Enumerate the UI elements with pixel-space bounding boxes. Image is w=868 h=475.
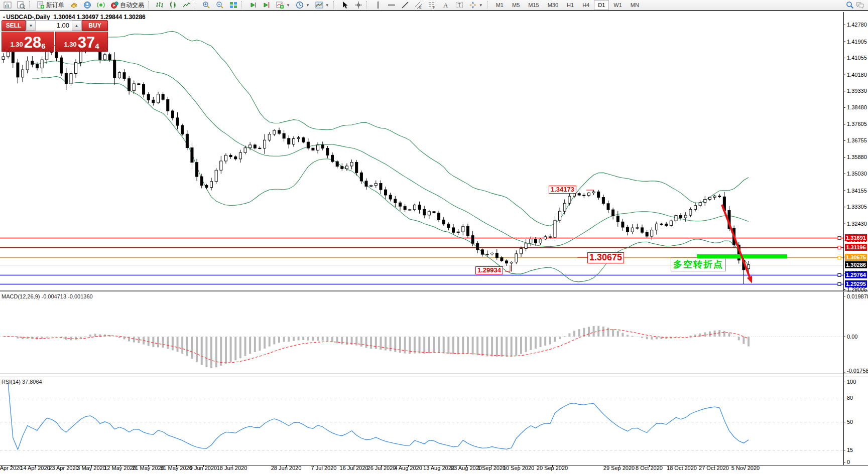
candle-bear bbox=[418, 205, 421, 210]
price-tick: 1.37605 bbox=[847, 121, 867, 127]
auto-scroll-button[interactable] bbox=[246, 0, 260, 11]
signals-button[interactable] bbox=[94, 0, 107, 11]
price-label-130675[interactable]: 1.30675 bbox=[587, 252, 624, 263]
macd-label: MACD(12,26,9) -0.004713 -0.001360 bbox=[2, 293, 93, 299]
new-order-button[interactable]: 新订单 bbox=[34, 0, 67, 11]
volume-decrease-button[interactable]: ▼ bbox=[26, 21, 36, 31]
price-label-129934[interactable]: 1.29934 bbox=[475, 266, 503, 274]
fibonacci-button[interactable]: F bbox=[426, 0, 439, 11]
candle-bull bbox=[568, 196, 571, 203]
horizontal-line-button[interactable] bbox=[385, 0, 398, 11]
toolbar-separator bbox=[29, 1, 32, 9]
bid-whole: 1.30 bbox=[10, 41, 23, 48]
candle-bull bbox=[510, 262, 513, 263]
new-chart-button[interactable] bbox=[1, 0, 14, 11]
candle-bear bbox=[481, 250, 483, 254]
cursor-icon bbox=[341, 1, 349, 9]
search-icon[interactable] bbox=[846, 1, 854, 9]
metaeditor-button[interactable] bbox=[67, 0, 80, 11]
candle-bear bbox=[234, 156, 237, 159]
arrows-button[interactable]: ▼ bbox=[466, 0, 485, 11]
cursor-button[interactable] bbox=[338, 0, 351, 11]
tf-d1[interactable]: D1 bbox=[594, 0, 609, 10]
candle-bull bbox=[520, 248, 522, 254]
date-tick: 23 Apr 2020 bbox=[49, 465, 78, 471]
bar-chart-button[interactable] bbox=[153, 0, 166, 11]
level-handle bbox=[838, 237, 841, 240]
level-handle bbox=[838, 246, 841, 249]
candle-bear bbox=[12, 52, 14, 63]
crosshair-button[interactable] bbox=[352, 0, 365, 11]
candle-bull bbox=[748, 265, 750, 269]
date-tick: 29 Sep 2020 bbox=[603, 465, 635, 471]
tf-m15[interactable]: M15 bbox=[524, 0, 543, 10]
tf-m1[interactable]: M1 bbox=[492, 0, 508, 10]
chart-canvas[interactable] bbox=[0, 12, 868, 475]
volume-input[interactable]: 1.00 bbox=[36, 21, 72, 31]
zoom-in-button[interactable] bbox=[200, 0, 213, 11]
zoom-out-button[interactable] bbox=[213, 0, 226, 11]
chart-area[interactable]: ▴ USDCAD-,Daily 1.30064 1.30497 1.29844 … bbox=[0, 12, 868, 475]
chat-icon[interactable] bbox=[856, 1, 864, 9]
candle-bear bbox=[389, 195, 392, 199]
candle-bull bbox=[655, 224, 658, 230]
buy-button[interactable]: BUY bbox=[82, 20, 108, 31]
level-handle bbox=[838, 274, 841, 277]
date-tick: 5 Nov 2020 bbox=[731, 465, 760, 471]
candle-bear bbox=[321, 145, 324, 148]
tf-m30[interactable]: M30 bbox=[544, 0, 562, 10]
periods-button[interactable]: ▼ bbox=[293, 0, 312, 11]
candle-bull bbox=[515, 254, 518, 262]
candle-bull bbox=[7, 52, 10, 57]
date-tick: 28 Jun 2020 bbox=[271, 465, 302, 471]
macd-signal-line bbox=[4, 330, 749, 363]
line-chart-button[interactable] bbox=[180, 0, 193, 11]
tf-w1[interactable]: W1 bbox=[609, 0, 626, 10]
trendline-icon bbox=[401, 1, 409, 9]
chart-shift-button[interactable] bbox=[260, 0, 273, 11]
crosshair-icon bbox=[354, 1, 362, 9]
turning-point-text[interactable]: 多空转折点 bbox=[671, 257, 726, 271]
rsi-line bbox=[8, 383, 749, 449]
vertical-line-button[interactable] bbox=[371, 0, 385, 11]
candle-bear bbox=[578, 194, 580, 195]
text-label-button[interactable]: T bbox=[453, 0, 466, 11]
bid-price[interactable]: 1.30286 bbox=[2, 32, 54, 52]
macd-tick: -0.017582 bbox=[847, 368, 868, 374]
community-button[interactable] bbox=[81, 0, 94, 11]
price-tick: 1.35880 bbox=[847, 154, 867, 160]
volume-increase-button[interactable]: ▲ bbox=[72, 21, 81, 31]
text-button[interactable]: A bbox=[439, 0, 452, 11]
rsi-tick: 15 bbox=[847, 447, 853, 453]
equidistant-channel-button[interactable]: E bbox=[412, 0, 425, 11]
candle-bull bbox=[215, 170, 217, 182]
candle-bull bbox=[592, 192, 595, 193]
tf-h4[interactable]: H4 bbox=[578, 0, 593, 10]
tf-h1[interactable]: H1 bbox=[563, 0, 578, 10]
ask-price[interactable]: 1.30374 bbox=[55, 32, 108, 52]
tile-windows-button[interactable] bbox=[227, 0, 240, 11]
chart-ohlc-values: 1.30064 1.30497 1.29844 1.30286 bbox=[53, 14, 146, 21]
candle-bull bbox=[651, 230, 653, 236]
trendline-button[interactable] bbox=[399, 0, 412, 11]
bid-pips: 28 bbox=[24, 35, 41, 50]
sell-button[interactable]: SELL bbox=[2, 20, 26, 31]
date-tick: 31 May 2020 bbox=[160, 465, 192, 471]
tf-m5[interactable]: M5 bbox=[508, 0, 524, 10]
indicators-button[interactable]: ▼ bbox=[274, 0, 293, 11]
dropdown-arrow-icon: ▼ bbox=[479, 3, 483, 8]
candle-bear bbox=[602, 197, 604, 203]
price-label-134173[interactable]: 1.34173 bbox=[549, 186, 576, 194]
tf-mn[interactable]: MN bbox=[627, 0, 643, 10]
autotrading-button[interactable]: 自动交易 bbox=[108, 0, 147, 11]
profiles-button[interactable] bbox=[15, 0, 28, 11]
candle-bear bbox=[365, 181, 367, 186]
macd-tick: 0.00 bbox=[847, 334, 857, 340]
candle-bull bbox=[26, 61, 29, 70]
candle-bear bbox=[442, 220, 445, 224]
templates-button[interactable]: ▼ bbox=[313, 0, 332, 11]
candlestick-button[interactable] bbox=[167, 0, 180, 11]
date-tick: 14 Apr 2020 bbox=[20, 465, 50, 471]
price-tick: 1.36755 bbox=[847, 137, 867, 143]
candle-bear bbox=[627, 227, 629, 232]
